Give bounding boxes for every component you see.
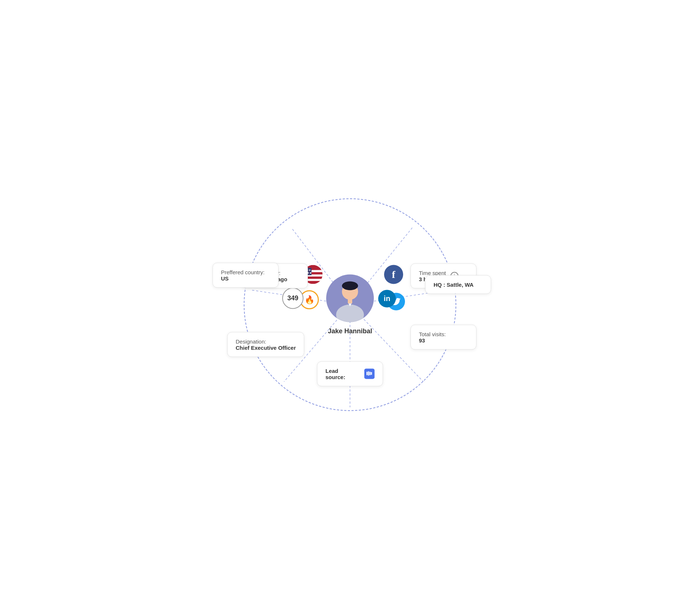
time-spent-label: Time spent <box>419 269 446 276</box>
total-visits-label: Total visits: <box>419 331 468 337</box>
card-preferred-country: Preffered country: US <box>213 263 279 288</box>
diagram-container: ★★★ ★★★ f in 🔥 <box>185 140 515 470</box>
svg-rect-26 <box>366 371 368 375</box>
card-hq: HQ : Sattle, WA <box>425 275 491 294</box>
preferred-country-value: US <box>221 275 270 282</box>
center-node: ★★★ ★★★ f in 🔥 <box>326 274 374 335</box>
svg-rect-11 <box>348 298 352 303</box>
lead-source-label: Lead source: <box>325 367 359 380</box>
svg-point-8 <box>342 281 358 290</box>
card-designation: Designation: Chief Executive Officer <box>227 332 304 357</box>
card-lead-source: Lead source: <box>317 361 383 386</box>
total-visits-value: 93 <box>419 337 468 343</box>
svg-rect-27 <box>368 371 369 375</box>
score-badge: 349 <box>282 287 303 309</box>
preferred-country-label: Preffered country: <box>221 269 270 275</box>
intercom-icon <box>364 368 375 379</box>
person-name: Jake Hannibal <box>328 327 372 335</box>
linkedin-icon[interactable]: in <box>378 290 396 307</box>
designation-label: Designation: <box>236 338 296 344</box>
hq-label: HQ : Sattle, WA <box>434 282 483 288</box>
facebook-icon[interactable]: f <box>384 265 403 284</box>
svg-rect-29 <box>371 372 372 375</box>
designation-value: Chief Executive Officer <box>236 344 296 351</box>
svg-rect-28 <box>369 371 371 375</box>
card-total-visits: Total visits: 93 <box>410 324 476 349</box>
avatar <box>326 274 374 322</box>
svg-point-9 <box>336 304 364 322</box>
